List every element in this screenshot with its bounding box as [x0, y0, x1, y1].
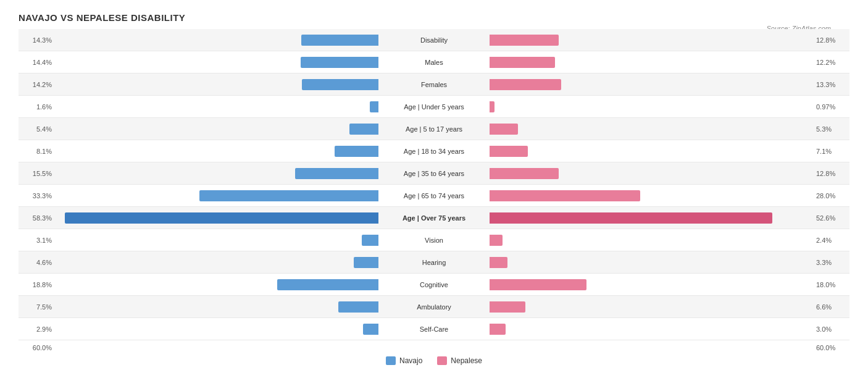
bar-right-container — [490, 79, 812, 90]
bar-left-container — [56, 101, 378, 112]
row-inner: 15.5% Age | 35 to 64 years 12.8% — [19, 162, 849, 184]
bar-right-container — [490, 324, 812, 335]
legend-navajo-label: Navajo — [399, 356, 422, 365]
row-label: Hearing — [378, 259, 490, 266]
val-right: 6.6% — [812, 303, 849, 311]
row-inner: 33.3% Age | 65 to 74 years 28.0% — [19, 185, 849, 206]
row-label: Age | 35 to 64 years — [378, 170, 490, 177]
bar-left-container — [56, 124, 378, 135]
bar-right-container — [490, 124, 812, 135]
chart-title: NAVAJO VS NEPALESE DISABILITY — [19, 12, 849, 23]
bar-right-container — [490, 279, 812, 290]
bar-left-container — [56, 57, 378, 68]
legend-nepalese: Nepalese — [437, 356, 482, 365]
val-right: 13.3% — [812, 81, 849, 88]
table-row: 33.3% Age | 65 to 74 years 28.0% — [19, 185, 849, 207]
legend-navajo: Navajo — [386, 356, 422, 365]
val-left: 14.3% — [19, 36, 56, 44]
bar-left-container — [56, 235, 378, 246]
row-inner: 5.4% Age | 5 to 17 years 5.3% — [19, 118, 849, 140]
bar-left-container — [56, 279, 378, 290]
axis-left-label: 60.0% — [19, 344, 56, 351]
val-right: 3.0% — [812, 326, 849, 333]
row-label: Disability — [378, 36, 490, 44]
bar-left-container — [56, 79, 378, 90]
bar-right-container — [490, 57, 812, 68]
table-row: 14.2% Females 13.3% — [19, 74, 849, 96]
bar-left-container — [56, 324, 378, 335]
bar-right-container — [490, 146, 812, 157]
row-label: Vision — [378, 237, 490, 244]
val-left: 3.1% — [19, 237, 56, 244]
val-left: 5.4% — [19, 125, 56, 133]
bar-left — [338, 301, 378, 313]
bar-right — [490, 257, 507, 268]
bar-left-container — [56, 168, 378, 179]
val-left: 14.4% — [19, 59, 56, 66]
row-inner: 18.8% Cognitive 18.0% — [19, 274, 849, 295]
bar-right — [490, 124, 518, 135]
legend-nepalese-label: Nepalese — [451, 356, 482, 365]
bar-left-container — [56, 212, 378, 224]
bar-right-container — [490, 212, 812, 224]
val-right: 18.0% — [812, 281, 849, 288]
row-inner: 14.3% Disability 12.8% — [19, 29, 849, 51]
bar-right-container — [490, 35, 812, 46]
bar-right — [490, 57, 555, 68]
row-inner: 7.5% Ambulatory 6.6% — [19, 296, 849, 317]
row-label: Age | 18 to 34 years — [378, 148, 490, 155]
val-right: 2.4% — [812, 237, 849, 244]
row-label: Cognitive — [378, 281, 490, 288]
row-label: Males — [378, 59, 490, 66]
row-inner: 1.6% Age | Under 5 years 0.97% — [19, 96, 849, 117]
row-label: Self-Care — [378, 326, 490, 333]
bar-left — [335, 146, 378, 157]
table-row: 8.1% Age | 18 to 34 years 7.1% — [19, 140, 849, 162]
val-right: 12.8% — [812, 36, 849, 44]
val-left: 58.3% — [19, 214, 56, 222]
legend-nepalese-box — [437, 356, 447, 365]
bar-left-container — [56, 257, 378, 268]
axis-right-label: 60.0% — [812, 344, 849, 351]
val-right: 3.3% — [812, 259, 849, 266]
val-left: 33.3% — [19, 192, 56, 200]
row-inner: 2.9% Self-Care 3.0% — [19, 318, 849, 340]
bar-left — [65, 212, 378, 224]
bar-left-container — [56, 301, 378, 313]
bar-left — [301, 57, 378, 68]
chart-rows: 14.3% Disability 12.8% 14.4% Males — [19, 29, 849, 340]
table-row: 7.5% Ambulatory 6.6% — [19, 296, 849, 318]
val-right: 7.1% — [812, 148, 849, 155]
table-row: 14.4% Males 12.2% — [19, 51, 849, 74]
bar-left-container — [56, 146, 378, 157]
table-row: 15.5% Age | 35 to 64 years 12.8% — [19, 162, 849, 185]
row-label: Females — [378, 81, 490, 88]
bar-right — [490, 35, 559, 46]
bar-right — [490, 168, 559, 179]
bar-right-container — [490, 301, 812, 313]
table-row: 5.4% Age | 5 to 17 years 5.3% — [19, 118, 849, 140]
bar-left-container — [56, 190, 378, 201]
val-right: 12.8% — [812, 170, 849, 177]
bar-right — [490, 146, 528, 157]
bar-left-container — [56, 35, 378, 46]
val-right: 0.97% — [812, 103, 849, 111]
val-left: 1.6% — [19, 103, 56, 111]
val-left: 18.8% — [19, 281, 56, 288]
table-row: 18.8% Cognitive 18.0% — [19, 274, 849, 296]
val-left: 4.6% — [19, 259, 56, 266]
row-label: Age | 65 to 74 years — [378, 192, 490, 200]
row-inner: 58.3% Age | Over 75 years 52.6% — [19, 207, 849, 229]
chart-area: 14.3% Disability 12.8% 14.4% Males — [19, 29, 849, 365]
row-label: Age | Over 75 years — [378, 214, 490, 222]
bar-left — [354, 257, 378, 268]
bar-left — [363, 324, 378, 335]
bar-right-container — [490, 190, 812, 201]
val-left: 2.9% — [19, 326, 56, 333]
bar-right — [490, 79, 561, 90]
bar-right — [490, 324, 506, 335]
row-inner: 3.1% Vision 2.4% — [19, 229, 849, 251]
table-row: 3.1% Vision 2.4% — [19, 229, 849, 251]
val-right: 28.0% — [812, 192, 849, 200]
bar-right — [490, 301, 525, 313]
